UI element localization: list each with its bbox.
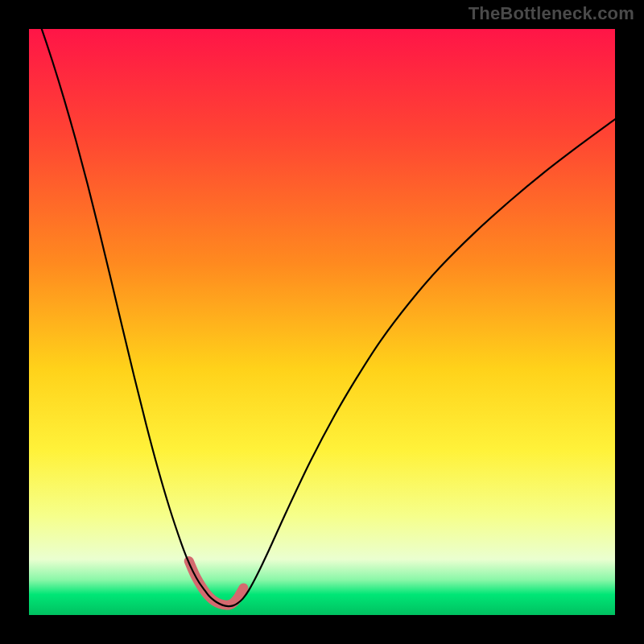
plot-background (29, 29, 615, 615)
bottleneck-chart (0, 0, 644, 644)
chart-stage: TheBottleneck.com (0, 0, 644, 644)
